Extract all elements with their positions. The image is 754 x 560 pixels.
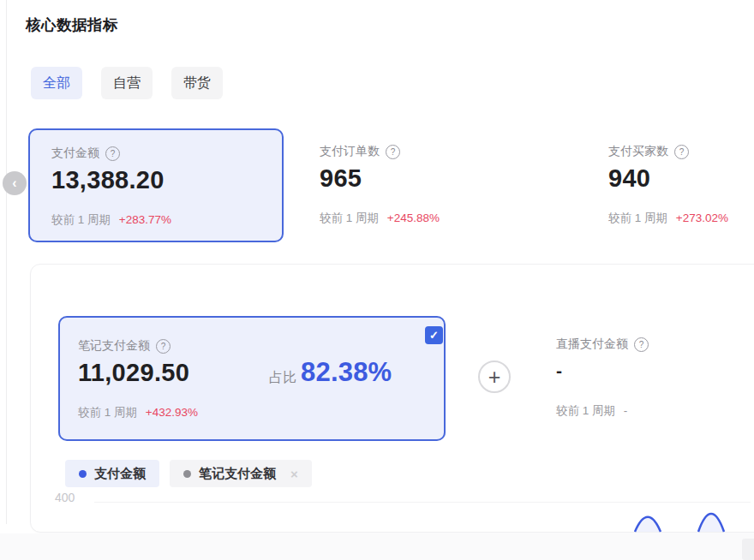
metric-card-content: 支付金额 ? 13,388.20 较前 1 周期 +283.77% [51, 130, 282, 241]
ratio-value: 82.38% [301, 357, 392, 388]
note-metric-checkbox[interactable]: ✓ [425, 326, 443, 344]
bottom-right-widget [742, 539, 754, 560]
metric-value: 940 [608, 164, 650, 193]
metric-card-content: 支付买家数 ? 940 较前 1 周期 +273.02% [608, 128, 754, 242]
chart-panel: 笔记支付金额 ? 11,029.50 占比 82.38% 较前 1 周期 +43… [30, 264, 754, 533]
gridline-400 [94, 502, 751, 503]
add-metric-button[interactable]: + [478, 360, 511, 393]
delta-value: - [624, 404, 628, 417]
metric-label: 直播支付金额 [556, 337, 628, 352]
legend-label: 支付金额 [94, 466, 146, 482]
metric-card-buyer-count[interactable]: 支付买家数 ? 940 较前 1 周期 +273.02% [608, 128, 754, 242]
legend-chip-note-payment-amount[interactable]: 笔记支付金额 × [170, 460, 312, 487]
metric-label-row: 支付买家数 ? [608, 144, 689, 159]
metric-label: 支付买家数 [608, 144, 668, 159]
metric-label-row: 笔记支付金额 ? [78, 338, 171, 354]
check-icon: ✓ [429, 329, 439, 342]
chevron-left-icon: ‹ [12, 176, 16, 191]
metric-card-payment-amount[interactable]: 支付金额 ? 13,388.20 较前 1 周期 +283.77% [28, 128, 284, 242]
metric-delta-row: 较前 1 周期 +245.88% [320, 211, 440, 226]
help-icon[interactable]: ? [386, 145, 400, 159]
delta-value: +245.88% [387, 211, 440, 224]
metric-label: 支付金额 [51, 146, 99, 161]
legend-dot-blue [79, 470, 87, 478]
metric-label-row: 支付金额 ? [51, 146, 120, 161]
ratio-label: 占比 [269, 369, 296, 387]
compare-label: 较前 1 周期 [78, 406, 137, 419]
help-icon[interactable]: ? [105, 146, 120, 161]
metric-value: 13,388.20 [51, 166, 165, 194]
metric-card-content: 支付订单数 ? 965 较前 1 周期 +245.88% [320, 128, 568, 242]
delta-value: +273.02% [676, 211, 728, 224]
compare-label: 较前 1 周期 [556, 404, 615, 417]
compare-label: 较前 1 周期 [608, 211, 667, 224]
metric-label-row: 支付订单数 ? [320, 144, 400, 159]
live-payment-block[interactable]: 直播支付金额 ? - 较前 1 周期 - [556, 316, 754, 441]
page-title: 核心数据指标 [26, 15, 118, 35]
metric-label: 支付订单数 [320, 144, 380, 159]
left-divider [6, 0, 7, 524]
metric-value: 11,029.50 [78, 359, 189, 387]
metric-delta-row: 较前 1 周期 +273.02% [608, 211, 728, 226]
chart-legend: 支付金额 笔记支付金额 × [65, 460, 312, 487]
compare-label: 较前 1 周期 [51, 213, 111, 226]
legend-chip-payment-amount[interactable]: 支付金额 [65, 460, 159, 487]
close-icon[interactable]: × [290, 467, 298, 481]
metric-delta-row: 较前 1 周期 +432.93% [78, 405, 198, 420]
metric-value: 965 [320, 164, 362, 193]
help-icon[interactable]: ? [156, 339, 171, 354]
note-payment-card[interactable]: 笔记支付金额 ? 11,029.50 占比 82.38% 较前 1 周期 +43… [58, 316, 446, 441]
metric-label: 笔记支付金额 [78, 338, 150, 354]
y-axis-tick-400: 400 [55, 491, 75, 504]
delta-value: +432.93% [146, 406, 198, 419]
compare-label: 较前 1 周期 [320, 211, 379, 224]
core-metrics-dashboard: 核心数据指标 全部 自营 带货 ‹ 支付金额 ? 13,388.20 较前 1 … [0, 0, 754, 560]
tab-affiliate[interactable]: 带货 [171, 67, 223, 99]
metric-value: - [556, 360, 562, 381]
delta-value: +283.77% [119, 213, 171, 226]
carousel-prev-button[interactable]: ‹ [3, 171, 27, 195]
tab-all[interactable]: 全部 [31, 67, 82, 99]
metric-card-order-count[interactable]: 支付订单数 ? 965 较前 1 周期 +245.88% [320, 128, 568, 242]
help-icon[interactable]: ? [634, 337, 649, 352]
plus-icon: + [488, 366, 501, 388]
scope-tabs: 全部 自营 带货 [31, 67, 223, 99]
legend-label: 笔记支付金额 [199, 466, 276, 482]
metric-delta-row: 较前 1 周期 - [556, 403, 627, 419]
tab-self-operated[interactable]: 自营 [101, 67, 153, 99]
page-background-strip [0, 533, 754, 560]
metric-delta-row: 较前 1 周期 +283.77% [51, 212, 171, 228]
help-icon[interactable]: ? [674, 145, 689, 159]
metric-label-row: 直播支付金额 ? [556, 337, 649, 352]
legend-dot-gray [183, 470, 191, 478]
